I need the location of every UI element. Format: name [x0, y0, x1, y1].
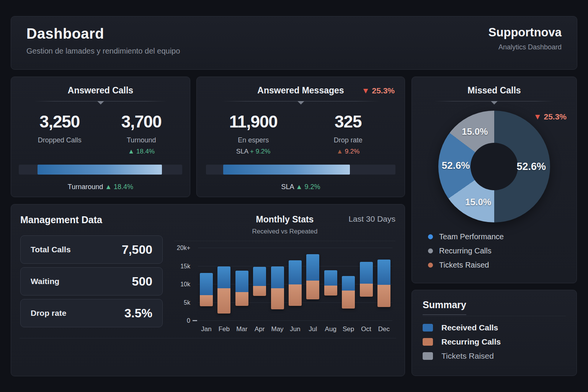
- progress-fill: [38, 165, 162, 175]
- bar-segment-received: [271, 266, 284, 289]
- y-tick-15k: 15k: [180, 263, 190, 270]
- stat-value: 3,250: [19, 112, 101, 131]
- stat-label: Turnound: [101, 136, 183, 144]
- bar-segment-received: [217, 266, 230, 288]
- sla-delta: SLA + 9.2%: [206, 148, 301, 155]
- x-label-may: May: [269, 325, 286, 333]
- trend-badge: ▼ 25.3%: [362, 86, 395, 95]
- sla-label: SLA: [236, 148, 248, 155]
- bar-segment-recurring: [342, 291, 355, 309]
- bar-segment-received: [289, 260, 302, 284]
- bar-segment-recurring: [377, 285, 390, 307]
- bar-mar: [235, 271, 248, 306]
- donut-label-right: 52.6%: [516, 161, 546, 173]
- legend-label: Tickets Raised: [441, 351, 494, 361]
- row-value: 3.5%: [124, 306, 152, 320]
- legend-item-received-calls: Received Calls: [423, 323, 566, 332]
- dropped-calls-stat: 3,250 Dropped Calls: [19, 112, 101, 155]
- range-selector[interactable]: Last 30 Days: [348, 214, 395, 224]
- row-value: 500: [132, 274, 152, 289]
- bar-dec: [377, 260, 390, 307]
- down-triangle-icon: ▼: [362, 86, 370, 95]
- x-label-jul: Jul: [304, 325, 321, 333]
- stat-delta: ▲ 18.4%: [101, 148, 183, 155]
- answered-messages-card: Answered Messages ▼ 25.3% 11,900 En espe…: [196, 77, 405, 197]
- progress-track: [206, 165, 395, 175]
- header-left: Dashboard Gestion de lamades y rendimien…: [26, 26, 180, 56]
- bar-oct: [360, 262, 373, 297]
- legend-dot: [428, 234, 433, 239]
- legend-item-team-performance: Team Performance: [428, 232, 569, 241]
- stat-row-total-calls: Total Calls 7,500: [20, 235, 163, 264]
- legend-label: Recurring Calls: [441, 337, 501, 346]
- bar-segment-received: [253, 267, 266, 286]
- legend-dot: [428, 263, 433, 268]
- stat-label: Dropped Calls: [19, 136, 101, 144]
- bar-segment-recurring: [253, 286, 266, 296]
- bar-jun: [289, 260, 302, 306]
- donut-label-bottom: 15.0%: [465, 197, 491, 207]
- progress-caption: SLA ▲ 9.2%: [206, 183, 395, 191]
- title-divider: [435, 101, 554, 101]
- legend-square: [423, 352, 433, 360]
- divider: [423, 316, 566, 316]
- row-value: 7,500: [122, 243, 152, 257]
- row-label: Total Calls: [31, 245, 71, 254]
- row-label: Drop rate: [31, 309, 66, 318]
- stat-label: Drop rate: [301, 136, 396, 144]
- bar-segment-received: [306, 254, 319, 280]
- summary-legend: Received Calls Recurring Calls Tickets R…: [423, 323, 566, 361]
- bar-jan: [200, 273, 213, 306]
- legend-item-recurring-calls: Recurring Calls: [428, 247, 569, 255]
- drop-rate-stat: 325 Drop rate ▲ 9.2%: [301, 112, 396, 155]
- donut-hole: [470, 143, 518, 190]
- stat-row-waiting: Waiting 500: [20, 267, 163, 296]
- monthly-stats-subtitle: Received vs Repeated: [174, 228, 395, 235]
- brand-block: Supportnova Analytics Dashboard: [488, 26, 562, 51]
- legend-square: [423, 324, 433, 332]
- bar-segment-received: [235, 271, 248, 292]
- bar-segment-received: [377, 260, 390, 285]
- summary-title: Summary: [423, 299, 466, 315]
- legend-square: [423, 338, 433, 346]
- donut-chart-wrap: 52.6% 15.0% 52.6% 15.0%: [438, 111, 550, 222]
- title-divider: [34, 101, 167, 101]
- stat-value: 11,900: [206, 112, 301, 131]
- bar-aug: [324, 270, 337, 296]
- answered-calls-card: Answered Calls 3,250 Dropped Calls 3,700…: [11, 77, 190, 197]
- brand-title: Supportnova: [488, 26, 562, 39]
- turnound-stat: 3,700 Turnound ▲ 18.4%: [101, 112, 183, 155]
- x-label-sep: Sep: [340, 325, 357, 333]
- donut-label-top: 15.0%: [462, 126, 488, 137]
- page-title: Dashboard: [26, 26, 180, 42]
- management-section: Management Data Total Calls 7,500 Waitin…: [20, 214, 163, 366]
- page-subtitle: Gestion de lamades y rendimiento del equ…: [26, 47, 180, 56]
- legend-label: Received Calls: [441, 323, 498, 332]
- bar-segment-recurring: [217, 288, 230, 314]
- y-tick-10k: 10k: [180, 281, 190, 288]
- title-divider: [221, 101, 380, 101]
- y-tick-20k+: 20k+: [177, 245, 190, 252]
- y-tick-0: 0: [187, 317, 190, 324]
- triangle-down-icon: [491, 101, 498, 105]
- x-label-apr: Apr: [251, 325, 268, 333]
- header-card: Dashboard Gestion de lamades y rendimien…: [11, 16, 577, 70]
- legend-dot: [428, 248, 433, 253]
- bar-segment-received: [360, 262, 373, 284]
- bar-yaxis: 05k10k15k20k+: [174, 248, 193, 321]
- management-title: Management Data: [20, 214, 163, 225]
- en-espers-stat: 11,900 En espers SLA + 9.2%: [206, 112, 301, 155]
- divider: [174, 241, 395, 241]
- missed-calls-title: Missed Calls: [420, 85, 569, 96]
- bar-xlabels: JanFebMarAprMayJunJulAugSepOctDec: [198, 325, 392, 333]
- legend-label: Recurring Calls: [439, 247, 492, 255]
- bar-segment-received: [324, 270, 337, 286]
- row-label: Waiting: [31, 277, 59, 286]
- x-label-feb: Feb: [216, 325, 232, 333]
- bar-chart: 05k10k15k20k+ JanFebMarAprMayJunJulAugSe…: [174, 243, 395, 338]
- donut-label-left: 52.6%: [442, 160, 470, 172]
- bar-segment-recurring: [360, 284, 373, 297]
- caption-delta: ▲ 9.2%: [296, 183, 320, 191]
- main-card: Management Data Total Calls 7,500 Waitin…: [11, 204, 405, 376]
- triangle-down-icon: [297, 101, 304, 105]
